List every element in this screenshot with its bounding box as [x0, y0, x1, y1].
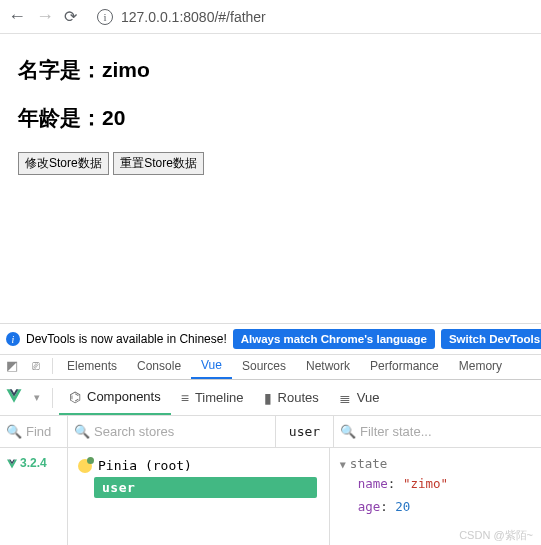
watermark: CSDN @紫陌~ — [459, 528, 533, 543]
devtools-tabs: ◩ ⎚ Elements Console Vue Sources Network… — [0, 352, 541, 380]
list-icon: ≣ — [339, 390, 351, 406]
timeline-tab[interactable]: ≡Timeline — [171, 380, 254, 415]
store-node-user[interactable]: user — [94, 477, 317, 498]
components-icon: ⌬ — [69, 389, 81, 405]
search-icon: 🔍 — [340, 424, 356, 439]
inspect-icon[interactable]: ◩ — [0, 358, 24, 373]
url-bar[interactable]: i 127.0.0.1:8080/#/father — [87, 5, 533, 29]
vue-logo-icon — [6, 458, 18, 470]
state-header[interactable]: ▼state — [340, 456, 531, 471]
info-icon: i — [6, 332, 20, 346]
switch-devtools-button[interactable]: Switch DevTools to C — [441, 329, 541, 349]
selected-store-label: user — [276, 416, 334, 447]
url-text: 127.0.0.1:8080/#/father — [121, 9, 266, 25]
filter-state-input[interactable] — [360, 424, 535, 439]
tab-memory[interactable]: Memory — [449, 352, 512, 379]
vue-devtools-bar: ▾ ⌬Components ≡Timeline ▮Routes ≣Vue — [0, 380, 541, 416]
reset-store-button[interactable]: 重置Store数据 — [113, 152, 204, 175]
routes-icon: ▮ — [264, 390, 272, 406]
modify-store-button[interactable]: 修改Store数据 — [18, 152, 109, 175]
tab-performance[interactable]: Performance — [360, 352, 449, 379]
search-stores-input[interactable] — [94, 424, 269, 439]
find-box[interactable]: 🔍 — [0, 416, 68, 447]
notice-text: DevTools is now available in Chinese! — [26, 332, 227, 346]
pinia-root-node[interactable]: Pinia (root) — [74, 456, 323, 475]
pinia-icon — [78, 459, 92, 473]
find-input[interactable] — [26, 424, 61, 439]
device-icon[interactable]: ⎚ — [24, 358, 48, 373]
chevron-down-icon[interactable]: ▾ — [28, 391, 46, 404]
name-heading: 名字是：zimo — [18, 56, 523, 84]
tab-elements[interactable]: Elements — [57, 352, 127, 379]
search-icon: 🔍 — [6, 424, 22, 439]
triangle-down-icon: ▼ — [340, 459, 346, 470]
site-info-icon[interactable]: i — [97, 9, 113, 25]
devtools-language-notice: i DevTools is now available in Chinese! … — [0, 323, 541, 355]
tab-sources[interactable]: Sources — [232, 352, 296, 379]
timeline-icon: ≡ — [181, 390, 189, 406]
vuex-tab[interactable]: ≣Vue — [329, 380, 390, 415]
match-language-button[interactable]: Always match Chrome's language — [233, 329, 435, 349]
state-entry-age[interactable]: age: 20 — [340, 498, 531, 517]
version-panel[interactable]: 3.2.4 — [0, 448, 68, 545]
routes-tab[interactable]: ▮Routes — [254, 380, 329, 415]
tab-network[interactable]: Network — [296, 352, 360, 379]
filter-state-box[interactable]: 🔍 — [334, 416, 541, 447]
reload-button[interactable]: ⟳ — [64, 7, 77, 26]
tab-console[interactable]: Console — [127, 352, 191, 379]
forward-button[interactable]: → — [36, 6, 54, 27]
search-stores-box[interactable]: 🔍 — [68, 416, 276, 447]
tab-vue[interactable]: Vue — [191, 352, 232, 379]
search-icon: 🔍 — [74, 424, 90, 439]
components-tab[interactable]: ⌬Components — [59, 380, 171, 415]
stores-tree: Pinia (root) user — [68, 448, 330, 545]
page-content: 名字是：zimo 年龄是：20 修改Store数据 重置Store数据 — [0, 34, 541, 197]
back-button[interactable]: ← — [8, 6, 26, 27]
vue-logo-icon[interactable] — [0, 387, 28, 408]
state-entry-name[interactable]: name: "zimo" — [340, 475, 531, 494]
filter-row: 🔍 🔍 user 🔍 — [0, 416, 541, 448]
age-heading: 年龄是：20 — [18, 104, 523, 132]
